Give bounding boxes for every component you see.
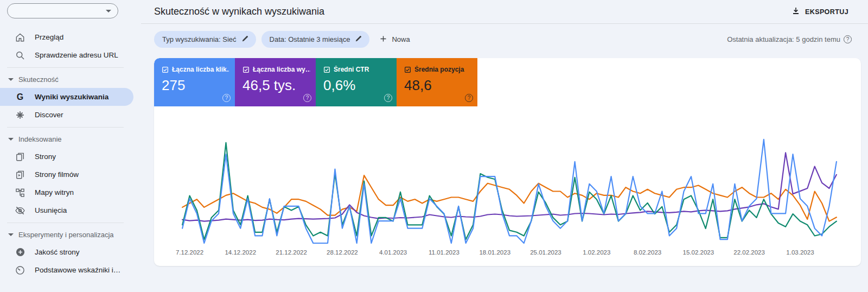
visibility-off-icon [15,205,25,216]
metric-cards-row: Łączna liczba klik… 275 ? Łączna liczba … [154,58,861,106]
x-axis-label: 15.02.2023 [682,249,714,256]
sidebar-item-label: Strony filmów [35,170,79,179]
x-axis-label: 4.01.2023 [379,249,407,256]
ctr-line [182,143,837,240]
sidebar-section-label: Eksperymenty i personalizacja [18,231,114,239]
help-icon[interactable]: ? [222,94,231,102]
add-circle-icon [15,247,25,258]
chip-label: Typ wyszukiwania: Sieć [162,35,237,43]
help-icon[interactable]: ? [384,94,392,102]
checkbox-checked-icon[interactable] [404,66,411,73]
sidebar-item-label: Podstawowe wskaźniki i… [35,266,120,274]
video-pages-icon [15,169,25,180]
x-axis-label: 11.01.2023 [429,249,459,256]
chevron-down-icon [8,233,14,236]
sidebar-section-label: Skuteczność [18,75,59,84]
x-axis-label: 7.12.2022 [176,249,203,256]
chevron-down-icon [8,138,14,141]
sidebar-divider [7,223,124,223]
metric-label: Średni CTR [334,66,369,73]
metric-label: Łączna liczba wy… [253,66,310,73]
help-icon[interactable]: ? [844,35,852,43]
discover-spark-icon [15,110,25,120]
x-axis-label: 8.02.2023 [634,249,661,256]
metric-label: Łączna liczba klik… [172,66,229,73]
last-update-text: Ostatnia aktualizacja: 5 godzin temu [727,35,840,43]
x-axis-label: 18.01.2023 [479,249,510,256]
sidebar-item-label: Discover [35,111,63,119]
download-icon [792,7,800,17]
new-filter-button[interactable]: Nowa [375,35,414,45]
x-axis-label: 1.03.2023 [786,249,814,256]
sidebar-section-skutecznosc[interactable]: Skuteczność [0,71,141,88]
sidebar-item-wyniki-wyszukiwania[interactable]: G Wyniki wyszukiwania [0,88,133,106]
sidebar-item-discover[interactable]: Discover [0,106,133,124]
search-console-app: Przegląd Sprawdzenie adresu URL Skuteczn… [0,0,868,292]
help-icon[interactable]: ? [465,94,473,102]
sidebar-item-label: Strony [35,153,56,161]
property-selector-dropdown[interactable] [7,3,118,18]
sidebar-item-usuniecia[interactable]: Usunięcia [0,201,133,219]
x-axis-label: 22.02.2023 [733,249,765,256]
x-axis-label: 28.12.2022 [327,249,358,256]
plus-icon [379,35,387,45]
google-g-icon: G [15,92,25,103]
x-axis-label: 25.01.2023 [530,249,561,256]
x-axis-label: 1.02.2023 [583,249,610,256]
page-title: Skuteczność w wynikach wyszukiwania [154,6,324,17]
position-line [182,175,837,221]
chevron-down-icon [106,10,111,12]
filter-row: Typ wyszukiwania: Sieć Data: Ostatnie 3 … [141,24,868,50]
checkbox-checked-icon[interactable] [162,66,169,73]
export-label: EKSPORTUJ [805,8,848,16]
checkbox-checked-icon[interactable] [323,66,330,73]
sidebar-item-label: Usunięcia [35,206,67,214]
metric-card-impressions[interactable]: Łączna liczba wy… 46,5 tys. ? [235,58,316,106]
x-axis-label: 14.12.2022 [225,249,256,256]
sidebar-item-label: Przegląd [35,33,63,41]
chevron-down-icon [8,78,14,81]
metric-card-position[interactable]: Średnia pozycja 48,6 ? [397,58,477,106]
sidebar-section-label: Indeksowanie [18,135,62,143]
sidebar-divider [7,67,124,68]
sidebar-section-indeksowanie[interactable]: Indeksowanie [0,131,141,148]
metric-value: 48,6 [404,77,472,94]
sidebar-item-label: Sprawdzenie adresu URL [35,51,118,59]
edit-pencil-icon [355,35,362,44]
sidebar-nav: Przegląd Sprawdzenie adresu URL Skuteczn… [0,28,141,279]
filter-chip-search-type[interactable]: Typ wyszukiwania: Sieć [154,31,256,48]
sidebar-item-label: Wyniki wyszukiwania [35,93,108,101]
performance-card: Łączna liczba klik… 275 ? Łączna liczba … [154,58,861,266]
metric-card-clicks[interactable]: Łączna liczba klik… 275 ? [154,58,235,106]
checkbox-checked-icon[interactable] [242,66,250,73]
metric-value: 46,5 tys. [242,77,310,94]
export-button[interactable]: EKSPORTUJ [792,7,848,17]
sidebar-item-strony[interactable]: Strony [0,148,133,166]
x-axis-label: 21.12.2022 [276,249,307,256]
title-row: Skuteczność w wynikach wyszukiwania EKSP… [141,0,868,23]
sidebar-item-mapy-witryn[interactable]: Mapy witryn [0,183,133,201]
sidebar-item-sprawdzenie-url[interactable]: Sprawdzenie adresu URL [0,46,133,64]
metric-label: Średnia pozycja [414,66,464,73]
metric-value: 275 [162,77,229,94]
help-icon[interactable]: ? [303,94,311,102]
search-icon [15,50,25,61]
sidebar-item-przeglad[interactable]: Przegląd [0,28,133,46]
performance-chart[interactable]: 7.12.202214.12.202221.12.202228.12.20224… [154,106,861,266]
home-icon [15,32,25,43]
pages-icon [15,151,25,162]
sidebar-item-podstawowe-wskazniki[interactable]: Podstawowe wskaźniki i… [0,261,133,279]
sidebar-item-jakosc-strony[interactable]: Jakość strony [0,243,133,261]
metric-value: 0,6% [323,77,391,94]
main-content: Skuteczność w wynikach wyszukiwania EKSP… [141,0,868,292]
filter-chip-date[interactable]: Data: Ostatnie 3 miesiące [261,31,370,48]
metric-card-ctr[interactable]: Średni CTR 0,6% ? [316,58,397,106]
sidebar-section-eksperymenty[interactable]: Eksperymenty i personalizacja [0,226,141,243]
edit-pencil-icon [241,35,249,44]
last-update-status: Ostatnia aktualizacja: 5 godzin temu ? [727,35,852,43]
clicks-line [182,139,837,243]
sidebar-item-label: Mapy witryn [35,188,74,196]
sidebar-item-strony-filmow[interactable]: Strony filmów [0,166,133,183]
sitemap-icon [15,187,25,198]
chip-label: Data: Ostatnie 3 miesiące [270,35,350,43]
